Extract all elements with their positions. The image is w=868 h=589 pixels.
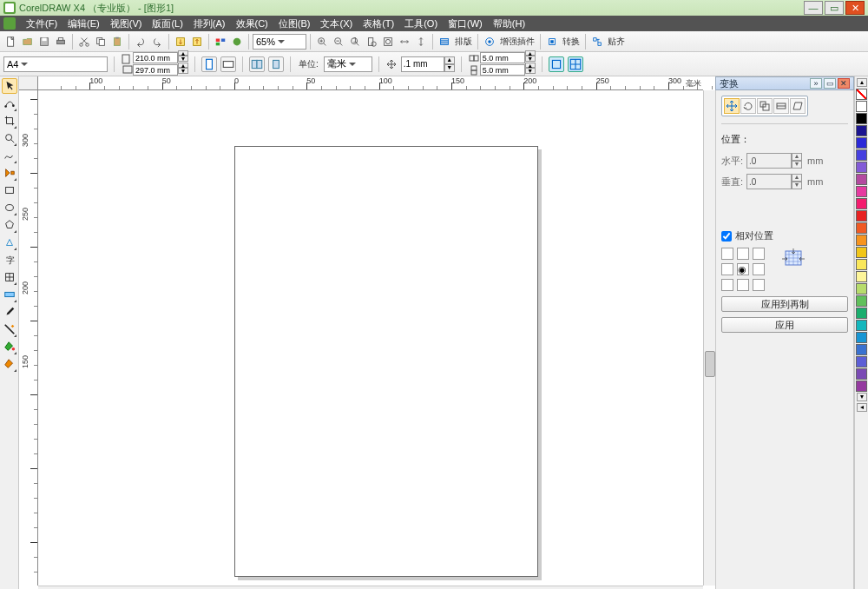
menu-table[interactable]: 表格(T) (358, 16, 399, 31)
plg4-icon[interactable] (589, 34, 605, 50)
zoom-fit-button[interactable] (380, 34, 396, 50)
eyedropper-tool[interactable] (2, 304, 17, 320)
interactive-tool[interactable] (2, 287, 17, 302)
outline-tool[interactable] (2, 321, 17, 337)
drawing-stage[interactable] (38, 90, 703, 586)
swatch-15[interactable] (856, 283, 867, 294)
zoom-actual-button[interactable]: 1 (347, 34, 363, 50)
import-button[interactable] (173, 34, 188, 50)
plg-enhance-label[interactable]: 增强插件 (498, 36, 536, 48)
zoom-in-button[interactable] (314, 34, 330, 50)
swatch-19[interactable] (856, 332, 867, 343)
crop-tool[interactable] (2, 113, 17, 129)
maximize-button[interactable]: ▭ (825, 1, 844, 15)
menu-tools[interactable]: 工具(O) (399, 16, 443, 31)
anchor-grid[interactable]: ◉ (721, 248, 765, 291)
anchor-bc[interactable] (737, 279, 749, 291)
menu-file[interactable]: 文件(F) (21, 16, 62, 31)
swatch-5[interactable] (856, 162, 867, 173)
open-button[interactable] (20, 34, 36, 50)
zoom-height-button[interactable] (413, 34, 429, 50)
swatch-16[interactable] (856, 295, 867, 307)
menu-effects[interactable]: 效果(C) (231, 16, 273, 31)
menu-help[interactable]: 帮助(H) (488, 16, 530, 31)
swatch-4[interactable] (856, 149, 867, 161)
swatch-22[interactable] (856, 368, 867, 380)
anchor-br[interactable] (753, 279, 765, 291)
freehand-tool[interactable] (2, 148, 17, 163)
swatch-0[interactable] (856, 101, 867, 112)
swatch-10[interactable] (856, 222, 867, 234)
rectangle-tool[interactable] (2, 182, 17, 198)
swatch-20[interactable] (856, 344, 867, 355)
zoom-page-button[interactable] (364, 34, 379, 50)
tab-size[interactable] (773, 98, 789, 114)
welcome-button[interactable] (229, 34, 245, 50)
docker-min-button[interactable]: ▭ (824, 78, 836, 89)
palette-flyout[interactable]: ◂ (857, 403, 867, 412)
anchor-mc[interactable]: ◉ (737, 263, 749, 275)
smart-fill-tool[interactable] (2, 165, 17, 181)
zoom-tool[interactable] (2, 130, 17, 146)
menu-window[interactable]: 窗口(W) (443, 16, 488, 31)
page[interactable] (234, 146, 538, 577)
paper-size-combo[interactable]: A4 (3, 56, 108, 72)
swatch-1[interactable] (856, 113, 867, 124)
shape-tool[interactable] (2, 96, 17, 111)
plg-layout-label[interactable]: 排版 (453, 36, 474, 48)
print-button[interactable] (53, 34, 69, 50)
current-page-button[interactable] (268, 56, 284, 72)
basic-shapes-tool[interactable] (2, 235, 17, 250)
palette-scroll-up[interactable]: ▴ (857, 78, 867, 87)
anchor-bl[interactable] (721, 279, 733, 291)
menu-arrange[interactable]: 排列(A) (188, 16, 231, 31)
close-button[interactable]: ✕ (845, 1, 865, 15)
docker-close-button[interactable]: ✕ (838, 78, 850, 89)
zoom-out-button[interactable] (331, 34, 346, 50)
snap-pixels-button[interactable] (549, 56, 564, 72)
page-height-spinner[interactable]: ▲▼ (121, 64, 188, 76)
minimize-button[interactable]: — (804, 1, 823, 15)
anchor-ml[interactable] (721, 263, 733, 275)
paste-button[interactable] (109, 34, 125, 50)
swatch-7[interactable] (856, 186, 867, 197)
swatch-11[interactable] (856, 235, 867, 246)
swatch-12[interactable] (856, 247, 867, 258)
scroll-thumb-v[interactable] (705, 351, 715, 377)
anchor-tr[interactable] (753, 248, 765, 260)
plg-snap-label[interactable]: 贴齐 (606, 36, 627, 48)
v-spinner[interactable]: ▲▼ (746, 174, 802, 189)
h-spinner[interactable]: ▲▼ (746, 153, 802, 169)
palette-scroll-down[interactable]: ▾ (857, 393, 867, 401)
pick-tool[interactable] (2, 78, 17, 94)
units-combo[interactable]: 毫米 (324, 56, 372, 72)
swatch-21[interactable] (856, 356, 867, 367)
swatch-3[interactable] (856, 137, 867, 149)
ruler-vertical[interactable]: 300250200150 (19, 90, 38, 586)
swatch-14[interactable] (856, 271, 867, 282)
copy-button[interactable] (93, 34, 108, 50)
table-tool[interactable] (2, 269, 17, 285)
docker-collapse-button[interactable]: » (810, 78, 822, 89)
app-launcher-button[interactable] (213, 34, 228, 50)
polygon-tool[interactable] (2, 217, 17, 233)
tab-rotate[interactable] (740, 98, 756, 114)
undo-button[interactable] (133, 34, 148, 50)
swatch-18[interactable] (856, 320, 867, 331)
menu-layout[interactable]: 版面(L) (147, 16, 187, 31)
snap-baseline-button[interactable] (568, 56, 583, 72)
swatch-2[interactable] (856, 125, 867, 136)
relative-checkbox[interactable]: 相对位置 (721, 229, 848, 242)
swatch-8[interactable] (856, 198, 867, 209)
save-button[interactable] (36, 34, 52, 50)
plg3-icon[interactable] (544, 34, 560, 50)
swatch-13[interactable] (856, 259, 867, 270)
all-pages-button[interactable] (249, 56, 265, 72)
fill-tool[interactable] (2, 339, 17, 354)
nudge-spinner[interactable]: ▲▼ (401, 56, 455, 72)
swatch-17[interactable] (856, 308, 867, 319)
ruler-origin[interactable] (19, 76, 38, 90)
plg-convert-label[interactable]: 转换 (561, 36, 582, 48)
new-button[interactable] (3, 34, 19, 50)
menu-view[interactable]: 视图(V) (105, 16, 148, 31)
